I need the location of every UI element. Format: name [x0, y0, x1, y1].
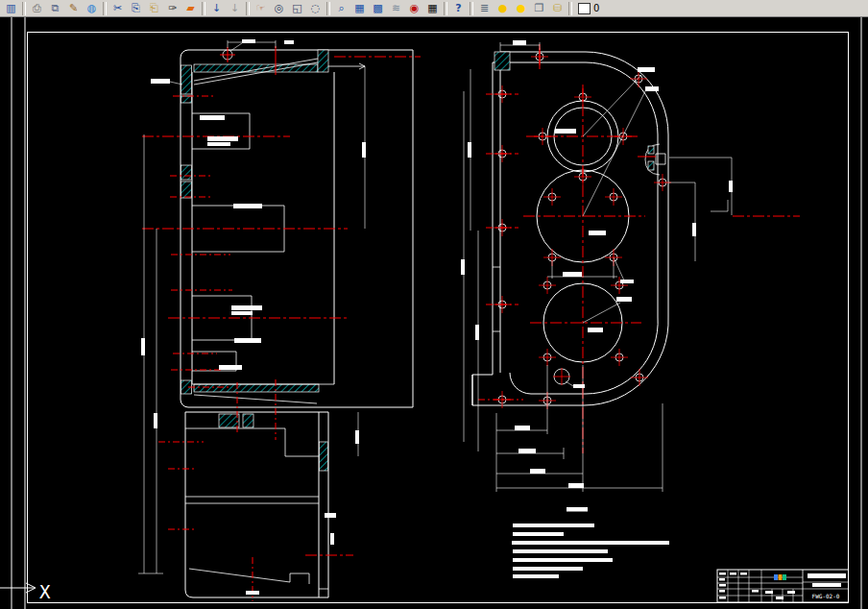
toolbar-separator [470, 2, 473, 15]
zoom-realtime-icon[interactable]: ◎ [270, 0, 288, 16]
zoom-window-icon[interactable]: ◱ [288, 0, 306, 16]
toolbar-separator [444, 2, 447, 15]
web-publish-icon[interactable]: ◍ [83, 0, 101, 16]
zoom-previous-icon[interactable]: ◌ [306, 0, 325, 16]
title-block: FWG-02-0 [717, 570, 849, 602]
front-view [461, 40, 800, 492]
toolbar-separator [568, 2, 572, 15]
ucs-x-label: X [39, 581, 51, 602]
format-brush-icon[interactable]: ✑ [163, 0, 181, 16]
block-manager-icon[interactable]: ▦ [350, 0, 369, 16]
undo-icon[interactable]: ↓ [207, 0, 226, 16]
copy-icon[interactable]: ⎘ [127, 0, 145, 16]
plot-stamp-icon[interactable]: ✎ [64, 0, 83, 16]
technical-notes [512, 507, 669, 578]
sheet-frame [12, 17, 861, 609]
aerial-view-icon[interactable]: ≋ [387, 0, 405, 16]
save-icon[interactable]: ▥ [2, 0, 20, 16]
page-setup-icon[interactable]: ❐ [530, 0, 548, 16]
record-macro-icon[interactable]: ◉ [405, 0, 423, 16]
notes-title-bar [567, 507, 588, 512]
toolbar-separator [246, 2, 250, 15]
toolbar-separator [22, 2, 26, 15]
paste-icon[interactable]: ⎗ [145, 0, 163, 16]
toolbar-separator [103, 2, 107, 15]
pan-icon[interactable]: ☞ [252, 0, 270, 16]
print-preview-icon[interactable]: ⧉ [46, 0, 64, 16]
property-paint-icon[interactable]: ▰ [181, 0, 200, 16]
print-icon[interactable]: ⎙ [28, 0, 46, 16]
scale-cell-bar [812, 583, 841, 587]
toolbar-separator [202, 2, 205, 15]
left-section-view [138, 39, 421, 573]
drawing-number: FWG-02-0 [812, 593, 840, 599]
layer-bulb-icon[interactable]: ● [494, 0, 512, 16]
help-icon[interactable]: ? [449, 0, 468, 16]
redo-icon[interactable]: ↓ [226, 0, 244, 16]
block-editor-icon[interactable]: ▩ [369, 0, 387, 16]
mass-cell-bar [808, 573, 846, 578]
bottom-section-view [158, 379, 359, 601]
color-ball-icon[interactable]: ● [512, 0, 530, 16]
toolbar-separator [326, 2, 330, 15]
cad-logo [774, 574, 786, 580]
database-icon[interactable]: ⛁ [548, 0, 567, 16]
main-toolbar: ▥⎙⧉✎◍✂⎘⎗✑▰↓↓☞◎◱◌⌕▦▩≋◉▦?≣●●❐⛁ 0 [0, 0, 868, 17]
drawing-canvas[interactable]: X [0, 17, 868, 609]
layer-manager-icon[interactable]: ≣ [475, 0, 494, 16]
cut-icon[interactable]: ✂ [108, 0, 127, 16]
table-grid-icon[interactable]: ▦ [423, 0, 442, 16]
current-layer-label[interactable]: 0 [593, 3, 599, 13]
find-icon[interactable]: ⌕ [332, 0, 350, 16]
layer-color-swatch[interactable] [578, 3, 591, 14]
